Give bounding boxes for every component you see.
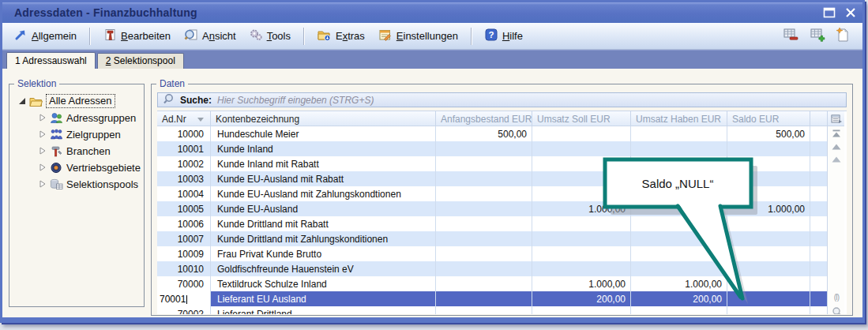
new-document-icon[interactable] [836,27,850,46]
cell-umsatz-haben[interactable] [631,171,727,186]
cell-saldo[interactable] [727,141,810,156]
cell-anfangsbestand[interactable] [436,156,532,171]
cell-adnr[interactable]: 10009 [157,246,211,261]
tab-selektionspool[interactable]: 2 Selektionspool [97,53,184,69]
cell-adnr[interactable]: 70000 [157,276,211,291]
cell-saldo[interactable] [727,171,810,186]
cell-kontenbezeichnung[interactable]: Kunde Drittland mit Rabatt [211,216,436,231]
column-header-umsatz-soll[interactable]: Umsatz Soll EUR [532,111,631,126]
cell-adnr[interactable]: 10006 [157,216,211,231]
column-chooser-icon[interactable] [828,111,844,126]
cell-saldo[interactable] [727,216,810,231]
cell-adnr[interactable]: 10005 [157,201,211,216]
cell-anfangsbestand[interactable]: 500,00 [436,126,532,141]
column-header-umsatz-haben[interactable]: Umsatz Haben EUR [631,111,727,126]
tree-item-adressgruppen[interactable]: Adressgruppen [9,111,144,124]
table-row[interactable]: 10001 Kunde Inland [157,141,827,156]
tree-item-vertriebsgebiete[interactable]: Vertriebsgebiete [9,161,144,174]
cell-anfangsbestand[interactable] [436,276,532,291]
cell-umsatz-haben[interactable] [631,201,727,216]
table-row[interactable]: 10007 Kunde Drittland mit Zahlungskondit… [157,231,827,246]
cell-saldo[interactable] [727,306,810,314]
cell-saldo[interactable]: 500,00 [727,126,810,141]
table-row[interactable]: 10005 Kunde EU-Ausland 1.000,00 1.000,00 [157,201,827,216]
collapsed-triangle-icon[interactable] [38,147,47,155]
tree-item-branchen[interactable]: Branchen [9,144,144,157]
menu-hilfe[interactable]: ? Hilfe [484,28,523,44]
collapsed-triangle-icon[interactable] [38,114,47,122]
cell-umsatz-haben[interactable]: 1.000,00 [631,276,727,291]
cell-saldo[interactable] [727,261,810,276]
menu-einstellungen[interactable]: Einstellungen [378,28,458,44]
column-header-saldo[interactable]: Saldo EUR [727,111,810,126]
cell-anfangsbestand[interactable] [436,216,532,231]
table-row[interactable]: 10009 Frau Privat Kunde Brutto [157,246,827,261]
cell-umsatz-haben[interactable] [631,246,727,261]
table-row[interactable]: 10006 Kunde Drittland mit Rabatt [157,216,827,231]
cell-anfangsbestand[interactable] [436,201,532,216]
scroll-to-top-icon[interactable] [828,129,845,137]
scroll-up-icon[interactable] [828,156,845,163]
cell-adnr[interactable]: 10010 [157,261,211,276]
table-row[interactable]: 10003 Kunde EU-Ausland mit Rabatt [157,171,827,186]
cell-umsatz-soll[interactable] [532,186,631,201]
cell-anfangsbestand[interactable] [436,171,532,186]
cell-umsatz-haben[interactable] [631,306,727,314]
cell-anfangsbestand[interactable] [436,231,532,246]
cell-umsatz-soll[interactable] [532,171,631,186]
expanded-triangle-icon[interactable] [17,98,27,105]
cell-umsatz-haben[interactable] [631,231,727,246]
cell-kontenbezeichnung[interactable]: Kunde Inland mit Rabatt [211,156,436,171]
cell-umsatz-haben[interactable] [631,186,727,201]
cell-umsatz-soll[interactable] [532,141,631,156]
collapsed-triangle-icon[interactable] [38,180,47,188]
cell-umsatz-soll[interactable] [532,156,631,171]
cell-umsatz-soll[interactable]: 200,00 [532,291,631,306]
cell-umsatz-soll[interactable] [532,231,631,246]
cell-saldo[interactable] [727,291,810,306]
menu-extras[interactable]: Extras [317,28,365,44]
column-header-anfangsbestand[interactable]: Anfangsbestand EUR [436,111,532,126]
tree-item-alle-adressen[interactable]: Alle Adressen [9,95,144,107]
column-header-kontenbezeichnung[interactable]: Kontenbezeichnung [211,111,436,126]
cell-umsatz-soll[interactable] [532,216,631,231]
table-remove-icon[interactable] [782,27,799,46]
cell-umsatz-haben[interactable] [631,216,727,231]
cell-adnr[interactable]: 70002 [157,306,211,314]
scroll-page-up-icon[interactable] [828,144,845,150]
cell-kontenbezeichnung[interactable]: Kunde Drittland mit Zahlungskonditionen [211,231,436,246]
close-window-icon[interactable] [845,7,856,18]
cell-kontenbezeichnung[interactable]: Frau Privat Kunde Brutto [211,246,436,261]
cell-anfangsbestand[interactable] [436,141,532,156]
cell-kontenbezeichnung[interactable]: Kunde EU-Ausland mit Rabatt [211,171,436,186]
cell-kontenbezeichnung[interactable]: Lieferant EU Ausland [211,291,436,306]
cell-adnr[interactable]: 70001 [157,291,211,306]
cell-saldo[interactable]: 1.000,00 [727,201,810,216]
cell-kontenbezeichnung[interactable]: Goldfischfreunde Hauenstein eV [211,261,436,276]
table-row[interactable]: 10002 Kunde Inland mit Rabatt [157,156,827,171]
cell-umsatz-soll[interactable] [532,306,631,314]
cell-saldo[interactable] [727,231,810,246]
column-header-adnr[interactable]: Ad.Nr [157,111,211,126]
cell-kontenbezeichnung[interactable]: Hundeschule Meier [211,126,436,141]
cell-umsatz-soll[interactable] [532,246,631,261]
table-row[interactable]: 70001 Lieferant EU Ausland 200,00 200,00 [157,291,827,306]
cell-umsatz-soll[interactable] [532,126,631,141]
cell-saldo[interactable] [727,186,810,201]
table-row[interactable]: 10004 Kunde EU-Ausland mit Zahlungskondt… [157,186,827,201]
cell-anfangsbestand[interactable] [436,246,532,261]
cell-adnr[interactable]: 10003 [157,171,211,186]
cell-kontenbezeichnung[interactable]: Kunde Inland [211,141,436,156]
cell-saldo[interactable] [727,156,810,171]
tree-item-zielgruppen[interactable]: Zielgruppen [9,128,144,141]
cell-umsatz-haben[interactable] [631,141,727,156]
search-bar[interactable]: Suche: Hier Suchbegriff eingeben (STRG+S… [157,92,847,107]
cell-adnr[interactable]: 10001 [157,141,211,156]
cell-anfangsbestand[interactable] [436,306,532,314]
cell-kontenbezeichnung[interactable]: Textildruck Schulze Inland [211,276,436,291]
cell-anfangsbestand[interactable] [436,261,532,276]
cell-umsatz-soll[interactable] [532,261,631,276]
tab-adressauswahl[interactable]: 1 Adressauswahl [6,52,96,69]
table-row[interactable]: 10000 Hundeschule Meier 500,00 500,00 [157,126,827,141]
cell-saldo[interactable] [727,276,810,291]
